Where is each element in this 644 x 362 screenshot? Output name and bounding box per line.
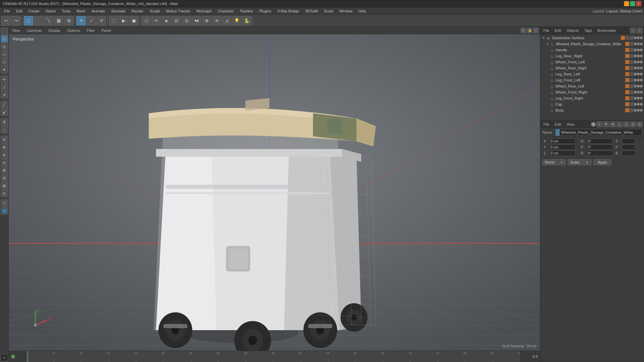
- timeline-ruler[interactable]: 051015202530354045505560657075808590: [26, 351, 520, 362]
- redo-button[interactable]: ↪: [11, 16, 21, 25]
- loop-cut-btn[interactable]: ⊟: [172, 16, 181, 25]
- container-vis-btn[interactable]: [630, 42, 634, 46]
- attr-icon-5[interactable]: L: [616, 121, 623, 127]
- attr-icon-6[interactable]: A: [623, 121, 629, 127]
- obj-cap[interactable]: △ Cap: [540, 101, 644, 107]
- light-btn[interactable]: 💡: [232, 16, 241, 25]
- mode-points-button[interactable]: ·: [34, 16, 43, 25]
- attr-name-input[interactable]: [559, 129, 642, 136]
- handle-vis-btn[interactable]: [630, 48, 634, 52]
- vp-menu-cameras[interactable]: Cameras: [25, 28, 44, 33]
- obj-leg-rear-right[interactable]: △ Leg_Rear_Right: [540, 53, 644, 59]
- mode-edges-button[interactable]: ╲: [44, 16, 53, 25]
- rot-h-input[interactable]: [586, 138, 613, 144]
- obj-leg-rear-left[interactable]: △ Leg_Rear_Left: [540, 71, 644, 77]
- left-tool-dollar[interactable]: $: [1, 118, 8, 126]
- menu-window[interactable]: Window: [337, 8, 355, 14]
- menu-mograph[interactable]: MoGraph: [194, 8, 214, 14]
- spline-btn[interactable]: ≋: [212, 16, 221, 25]
- deform-btn[interactable]: ⊿: [222, 16, 231, 25]
- close-button[interactable]: ✕: [636, 1, 641, 6]
- obj-menu-edit[interactable]: Edit: [553, 28, 563, 33]
- scale-y-input[interactable]: [622, 144, 635, 150]
- obj-body[interactable]: △ Body: [540, 107, 644, 113]
- attr-menu-edit[interactable]: Edit: [553, 122, 563, 127]
- obj-icon-1[interactable]: □: [630, 27, 636, 34]
- left-tool-rotate[interactable]: ↺: [1, 91, 8, 99]
- attr-icon-1[interactable]: S: [591, 122, 596, 127]
- left-tool-globe[interactable]: 🌐: [1, 207, 8, 215]
- rot-p-input[interactable]: [586, 144, 613, 150]
- left-tool-live-select[interactable]: ◎: [1, 43, 8, 50]
- left-tool-poly-select[interactable]: ⬠: [1, 58, 8, 66]
- menu-plugins[interactable]: Plugins: [257, 8, 274, 14]
- container-dot2[interactable]: [637, 43, 640, 45]
- attr-icon-2[interactable]: Y: [596, 121, 602, 127]
- obj-wheel-front-left[interactable]: △ Wheel_Front_Left: [540, 59, 644, 65]
- attr-icon-7[interactable]: G: [630, 121, 636, 127]
- render-region-button[interactable]: ⬚: [109, 16, 118, 25]
- vp-icon-lock[interactable]: 🔒: [527, 28, 532, 33]
- handle-color-btn[interactable]: [625, 48, 629, 52]
- left-tool-paint[interactable]: 🖌: [1, 109, 8, 116]
- menu-simulate[interactable]: Simulate: [108, 8, 128, 14]
- left-tool-free-select[interactable]: ✦: [1, 66, 8, 73]
- left-tool-spiral[interactable]: ◌: [1, 126, 8, 133]
- render-to-po-button[interactable]: ◼: [129, 16, 139, 25]
- coordinate-system-dropdown[interactable]: World: [542, 159, 566, 165]
- vp-icon-move[interactable]: ✛: [521, 28, 526, 33]
- render-view-button[interactable]: ▶: [119, 16, 128, 25]
- menu-select[interactable]: Select: [43, 8, 59, 14]
- attr-icon-3[interactable]: R: [603, 121, 609, 127]
- rot-b-input[interactable]: [586, 150, 613, 156]
- menu-script[interactable]: Script: [321, 8, 336, 14]
- pos-y-input[interactable]: [549, 144, 576, 150]
- poly-pen-btn[interactable]: ✏: [152, 16, 161, 25]
- pos-x-input[interactable]: [549, 138, 576, 144]
- subdiv-color-btn[interactable]: [621, 36, 625, 40]
- vp-menu-view[interactable]: View: [10, 28, 22, 33]
- scale-tool-button[interactable]: ⤢: [87, 16, 96, 25]
- left-tool-rect-select[interactable]: ▭: [1, 51, 8, 58]
- obj-leg-front-right[interactable]: △ Leg_Front_Right: [540, 95, 644, 101]
- attr-menu-file[interactable]: File: [542, 122, 551, 127]
- mode-polygons-button[interactable]: ▦: [54, 16, 63, 25]
- scale-z-input[interactable]: [622, 150, 635, 156]
- move-tool-button[interactable]: ✛: [76, 16, 86, 25]
- vp-icon-max[interactable]: □: [533, 28, 539, 33]
- object-mode-btn[interactable]: ⬡: [142, 16, 151, 25]
- container-dot1[interactable]: [634, 43, 637, 45]
- obj-wheel-front-right[interactable]: △ Wheel_Front_Right: [540, 89, 644, 95]
- attr-icon-4[interactable]: M: [610, 121, 616, 127]
- left-tool-g[interactable]: ⊠: [1, 182, 8, 189]
- obj-handle[interactable]: △ Handle: [540, 47, 644, 53]
- menu-character[interactable]: Character: [215, 8, 236, 14]
- menu-tools[interactable]: Tools: [59, 8, 73, 14]
- handle-dot2[interactable]: [637, 49, 640, 51]
- left-tool-move[interactable]: ✛: [1, 76, 8, 83]
- pos-z-input[interactable]: [549, 150, 576, 156]
- obj-wheeled-container[interactable]: ▼ L Wheeled_Plastic_Storage_Container_Wh…: [540, 41, 644, 47]
- left-tool-e[interactable]: ⊞: [1, 167, 8, 174]
- left-tool-texture[interactable]: ⬡: [1, 199, 8, 207]
- left-tool-b[interactable]: ⊛: [1, 143, 8, 151]
- left-tool-scale[interactable]: ⤢: [1, 83, 8, 91]
- array-btn[interactable]: ⊕: [202, 16, 211, 25]
- obj-leg-front-left[interactable]: △ Leg_Front_Left: [540, 77, 644, 83]
- attr-icon-8[interactable]: D: [637, 121, 643, 127]
- maximize-button[interactable]: □: [630, 1, 635, 6]
- menu-3dtoall[interactable]: 3DToAll: [303, 8, 321, 14]
- menu-sculpt[interactable]: Sculpt: [147, 8, 163, 14]
- handle-dot3[interactable]: [640, 49, 643, 51]
- left-tool-maxon-logo[interactable]: M: [1, 354, 8, 361]
- left-tool-f[interactable]: ⊟: [1, 174, 8, 182]
- menu-file[interactable]: File: [1, 8, 13, 14]
- subdiv-dot2[interactable]: [637, 37, 640, 39]
- menu-help[interactable]: Help: [356, 8, 369, 14]
- attr-menu-view[interactable]: View: [565, 122, 576, 127]
- python-btn[interactable]: 🐍: [242, 16, 252, 25]
- subdiv-dot1[interactable]: [634, 37, 637, 39]
- subdiv-dot3[interactable]: [640, 37, 643, 39]
- left-tool-d[interactable]: ⊝: [1, 159, 8, 166]
- left-tool-a[interactable]: ⊘: [1, 136, 8, 143]
